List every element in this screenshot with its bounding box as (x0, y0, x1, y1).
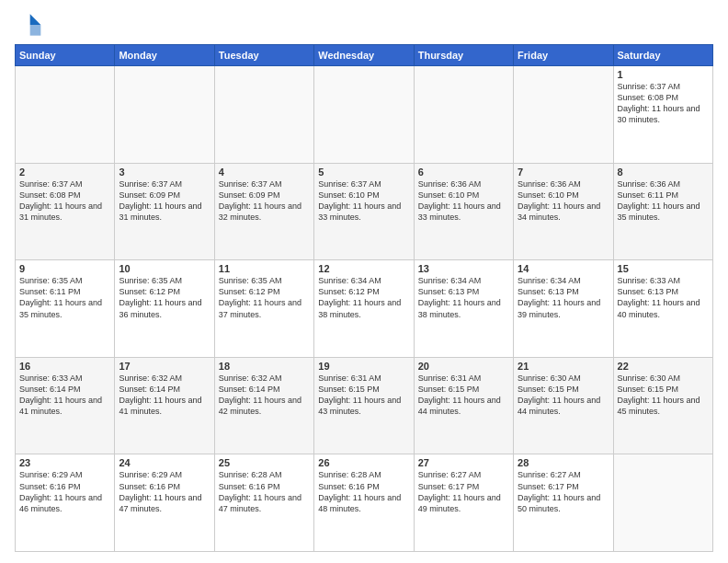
calendar-cell: 21Sunrise: 6:30 AM Sunset: 6:15 PM Dayli… (514, 357, 613, 454)
day-info: Sunrise: 6:33 AM Sunset: 6:14 PM Dayligh… (19, 373, 110, 418)
day-of-week-header: Thursday (414, 45, 513, 66)
calendar-cell (613, 454, 712, 552)
day-info: Sunrise: 6:28 AM Sunset: 6:16 PM Dayligh… (318, 469, 409, 514)
svg-marker-1 (30, 25, 41, 36)
calendar-cell: 18Sunrise: 6:32 AM Sunset: 6:14 PM Dayli… (214, 357, 313, 454)
day-number: 11 (219, 263, 310, 274)
day-number: 1 (618, 69, 709, 80)
calendar-header-row: SundayMondayTuesdayWednesdayThursdayFrid… (16, 45, 713, 66)
day-number: 16 (19, 361, 110, 372)
day-number: 10 (119, 263, 210, 274)
calendar-cell: 13Sunrise: 6:34 AM Sunset: 6:13 PM Dayli… (414, 260, 513, 358)
calendar-cell: 1Sunrise: 6:37 AM Sunset: 6:08 PM Daylig… (613, 66, 712, 164)
calendar-cell: 24Sunrise: 6:29 AM Sunset: 6:16 PM Dayli… (115, 454, 214, 552)
day-info: Sunrise: 6:29 AM Sunset: 6:16 PM Dayligh… (119, 469, 210, 514)
day-info: Sunrise: 6:31 AM Sunset: 6:15 PM Dayligh… (418, 373, 509, 418)
calendar-cell: 22Sunrise: 6:30 AM Sunset: 6:15 PM Dayli… (613, 357, 712, 454)
logo (15, 11, 46, 39)
calendar-week-row: 1Sunrise: 6:37 AM Sunset: 6:08 PM Daylig… (16, 66, 713, 164)
day-number: 4 (219, 167, 310, 178)
calendar-cell: 12Sunrise: 6:34 AM Sunset: 6:12 PM Dayli… (314, 260, 414, 358)
day-number: 19 (318, 361, 409, 372)
day-number: 9 (19, 263, 110, 274)
calendar-cell (214, 66, 313, 164)
calendar-week-row: 9Sunrise: 6:35 AM Sunset: 6:11 PM Daylig… (16, 260, 713, 358)
day-of-week-header: Monday (115, 45, 214, 66)
day-info: Sunrise: 6:34 AM Sunset: 6:13 PM Dayligh… (518, 275, 609, 320)
calendar-cell: 28Sunrise: 6:27 AM Sunset: 6:17 PM Dayli… (514, 454, 613, 552)
day-info: Sunrise: 6:30 AM Sunset: 6:15 PM Dayligh… (618, 373, 709, 418)
calendar-cell (16, 66, 115, 164)
calendar-cell: 26Sunrise: 6:28 AM Sunset: 6:16 PM Dayli… (314, 454, 414, 552)
logo-icon (15, 11, 42, 39)
day-info: Sunrise: 6:34 AM Sunset: 6:12 PM Dayligh… (318, 275, 409, 320)
day-info: Sunrise: 6:37 AM Sunset: 6:10 PM Dayligh… (318, 178, 409, 224)
calendar-cell: 4Sunrise: 6:37 AM Sunset: 6:09 PM Daylig… (214, 163, 313, 260)
calendar-week-row: 16Sunrise: 6:33 AM Sunset: 6:14 PM Dayli… (16, 357, 713, 454)
day-number: 8 (618, 167, 709, 178)
day-number: 21 (518, 361, 609, 372)
calendar-cell (514, 66, 613, 164)
day-info: Sunrise: 6:36 AM Sunset: 6:10 PM Dayligh… (518, 178, 609, 224)
header (15, 11, 713, 39)
day-number: 27 (418, 457, 509, 468)
day-info: Sunrise: 6:35 AM Sunset: 6:11 PM Dayligh… (19, 275, 110, 320)
calendar-cell: 3Sunrise: 6:37 AM Sunset: 6:09 PM Daylig… (115, 163, 214, 260)
day-info: Sunrise: 6:36 AM Sunset: 6:10 PM Dayligh… (418, 178, 509, 224)
calendar-cell (314, 66, 414, 164)
calendar-cell: 14Sunrise: 6:34 AM Sunset: 6:13 PM Dayli… (514, 260, 613, 358)
calendar-cell: 6Sunrise: 6:36 AM Sunset: 6:10 PM Daylig… (414, 163, 513, 260)
day-info: Sunrise: 6:35 AM Sunset: 6:12 PM Dayligh… (219, 275, 310, 320)
day-info: Sunrise: 6:37 AM Sunset: 6:08 PM Dayligh… (19, 178, 110, 224)
day-number: 22 (618, 361, 709, 372)
day-of-week-header: Friday (514, 45, 613, 66)
calendar-week-row: 2Sunrise: 6:37 AM Sunset: 6:08 PM Daylig… (16, 163, 713, 260)
day-number: 28 (518, 457, 609, 468)
day-info: Sunrise: 6:30 AM Sunset: 6:15 PM Dayligh… (518, 373, 609, 418)
day-info: Sunrise: 6:32 AM Sunset: 6:14 PM Dayligh… (119, 373, 210, 418)
day-info: Sunrise: 6:35 AM Sunset: 6:12 PM Dayligh… (119, 275, 210, 320)
calendar-cell: 23Sunrise: 6:29 AM Sunset: 6:16 PM Dayli… (16, 454, 115, 552)
day-number: 24 (119, 457, 210, 468)
day-info: Sunrise: 6:29 AM Sunset: 6:16 PM Dayligh… (19, 469, 110, 514)
calendar-cell: 8Sunrise: 6:36 AM Sunset: 6:11 PM Daylig… (613, 163, 712, 260)
day-number: 23 (19, 457, 110, 468)
day-number: 15 (618, 263, 709, 274)
calendar-week-row: 23Sunrise: 6:29 AM Sunset: 6:16 PM Dayli… (16, 454, 713, 552)
calendar-cell: 15Sunrise: 6:33 AM Sunset: 6:13 PM Dayli… (613, 260, 712, 358)
calendar-cell: 2Sunrise: 6:37 AM Sunset: 6:08 PM Daylig… (16, 163, 115, 260)
day-number: 14 (518, 263, 609, 274)
day-number: 12 (318, 263, 409, 274)
day-info: Sunrise: 6:27 AM Sunset: 6:17 PM Dayligh… (518, 469, 609, 514)
day-info: Sunrise: 6:37 AM Sunset: 6:08 PM Dayligh… (618, 81, 709, 126)
calendar-cell: 25Sunrise: 6:28 AM Sunset: 6:16 PM Dayli… (214, 454, 313, 552)
calendar-cell: 19Sunrise: 6:31 AM Sunset: 6:15 PM Dayli… (314, 357, 414, 454)
day-number: 7 (518, 167, 609, 178)
day-number: 3 (119, 167, 210, 178)
day-info: Sunrise: 6:28 AM Sunset: 6:16 PM Dayligh… (219, 469, 310, 514)
day-info: Sunrise: 6:37 AM Sunset: 6:09 PM Dayligh… (119, 178, 210, 224)
day-of-week-header: Wednesday (314, 45, 414, 66)
calendar-cell: 20Sunrise: 6:31 AM Sunset: 6:15 PM Dayli… (414, 357, 513, 454)
svg-marker-0 (30, 14, 41, 25)
calendar-cell (115, 66, 214, 164)
calendar-cell: 5Sunrise: 6:37 AM Sunset: 6:10 PM Daylig… (314, 163, 414, 260)
calendar-cell (414, 66, 513, 164)
day-number: 26 (318, 457, 409, 468)
day-number: 13 (418, 263, 509, 274)
day-number: 6 (418, 167, 509, 178)
day-info: Sunrise: 6:33 AM Sunset: 6:13 PM Dayligh… (618, 275, 709, 320)
day-info: Sunrise: 6:31 AM Sunset: 6:15 PM Dayligh… (318, 373, 409, 418)
day-info: Sunrise: 6:36 AM Sunset: 6:11 PM Dayligh… (618, 178, 709, 224)
day-of-week-header: Saturday (613, 45, 712, 66)
calendar-cell: 11Sunrise: 6:35 AM Sunset: 6:12 PM Dayli… (214, 260, 313, 358)
day-info: Sunrise: 6:27 AM Sunset: 6:17 PM Dayligh… (418, 469, 509, 514)
calendar-table: SundayMondayTuesdayWednesdayThursdayFrid… (15, 44, 713, 552)
day-of-week-header: Tuesday (214, 45, 313, 66)
day-number: 5 (318, 167, 409, 178)
day-info: Sunrise: 6:37 AM Sunset: 6:09 PM Dayligh… (219, 178, 310, 224)
day-info: Sunrise: 6:34 AM Sunset: 6:13 PM Dayligh… (418, 275, 509, 320)
day-of-week-header: Sunday (16, 45, 115, 66)
day-number: 20 (418, 361, 509, 372)
calendar-cell: 7Sunrise: 6:36 AM Sunset: 6:10 PM Daylig… (514, 163, 613, 260)
